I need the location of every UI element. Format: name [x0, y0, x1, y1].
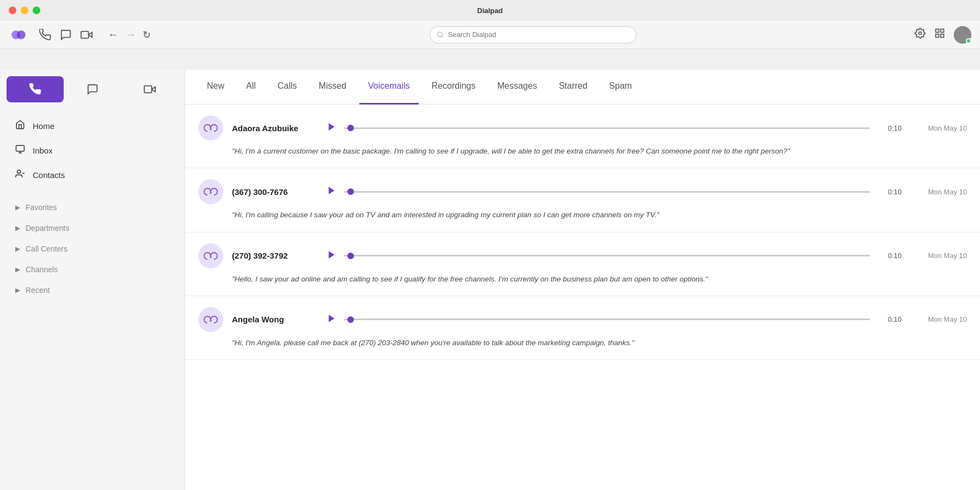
svg-point-6 — [919, 32, 922, 35]
video-nav-icon[interactable] — [81, 29, 93, 41]
svg-rect-8 — [941, 29, 944, 33]
svg-point-1 — [17, 30, 26, 39]
svg-marker-2 — [89, 32, 92, 37]
svg-marker-29 — [329, 251, 335, 259]
tab-missed[interactable]: Missed — [310, 70, 355, 105]
forward-button[interactable]: → — [125, 28, 136, 41]
sidebar-tab-message[interactable] — [64, 76, 121, 102]
main-area: Home Inbox — [0, 70, 980, 490]
voicemail-avatar — [198, 307, 223, 332]
tab-starred[interactable]: Starred — [550, 70, 596, 105]
home-icon — [15, 120, 25, 132]
audio-progress[interactable] — [344, 191, 870, 193]
tab-new[interactable]: New — [198, 70, 233, 105]
svg-marker-11 — [151, 87, 155, 91]
voicemail-avatar — [198, 243, 223, 268]
titlebar: Dialpad — [0, 0, 980, 21]
sidebar-section-call-centers[interactable]: ▶ Call Centers — [4, 239, 180, 259]
svg-rect-3 — [81, 31, 89, 38]
content-tabs: New All Calls Missed Voicemails Recordin… — [185, 70, 980, 105]
close-button[interactable] — [9, 7, 16, 14]
sidebar-nav: Home Inbox — [0, 109, 185, 192]
play-button[interactable] — [327, 186, 336, 198]
logo — [9, 25, 28, 45]
sidebar-section-label-favorites: Favorites — [26, 203, 57, 212]
voicemail-duration: 0:10 — [884, 252, 902, 260]
channels-arrow-icon: ▶ — [15, 266, 20, 273]
voicemail-top: Angela Wong 0:10 Mon May 10 — [198, 307, 967, 332]
avatar[interactable] — [954, 26, 971, 44]
svg-rect-32 — [207, 321, 214, 323]
search-bar[interactable] — [430, 26, 636, 44]
sidebar-section-recent[interactable]: ▶ Recent — [4, 280, 180, 300]
search-icon — [437, 31, 444, 39]
svg-line-5 — [442, 36, 443, 37]
departments-arrow-icon: ▶ — [15, 224, 20, 232]
tab-all[interactable]: All — [237, 70, 265, 105]
sidebar-item-contacts[interactable]: Contacts — [4, 163, 180, 187]
svg-point-4 — [437, 32, 442, 37]
voicemail-info: (367) 300-7676 0:10 Mon May 10 — [232, 186, 967, 198]
refresh-button[interactable]: ↻ — [143, 29, 151, 41]
tab-voicemails[interactable]: Voicemails — [359, 70, 418, 105]
sidebar-section-label-recent: Recent — [26, 286, 50, 295]
sidebar-tab-phone[interactable] — [7, 76, 64, 102]
sidebar-item-label-contacts: Contacts — [33, 170, 65, 180]
sidebar-tabs — [0, 70, 185, 109]
online-indicator — [966, 38, 971, 44]
svg-rect-10 — [936, 34, 939, 38]
svg-marker-25 — [329, 187, 335, 195]
topnav: ← → ↻ — [0, 21, 980, 49]
phone-nav-icon[interactable] — [39, 29, 51, 41]
sidebar-item-home[interactable]: Home — [4, 114, 180, 138]
sidebar-item-inbox[interactable]: Inbox — [4, 139, 180, 162]
tab-recordings[interactable]: Recordings — [423, 70, 485, 105]
message-nav-icon[interactable] — [60, 29, 72, 41]
sidebar-tab-video[interactable] — [121, 76, 178, 102]
voicemail-list: Adaora Azubuike 0:10 Mon May 1 — [185, 105, 980, 490]
progress-dot — [347, 125, 354, 131]
sidebar-section-channels[interactable]: ▶ Channels — [4, 260, 180, 279]
svg-rect-12 — [144, 86, 151, 93]
voicemail-date: Mon May 10 — [918, 252, 967, 260]
voicemail-caller-name: Adaora Azubuike — [232, 124, 319, 133]
recent-arrow-icon: ▶ — [15, 286, 20, 294]
favorites-arrow-icon: ▶ — [15, 204, 20, 211]
maximize-button[interactable] — [33, 7, 40, 14]
voicemail-info: (270) 392-3792 0:10 Mon May 10 — [232, 250, 967, 262]
callcenters-arrow-icon: ▶ — [15, 245, 20, 253]
progress-dot — [347, 253, 354, 259]
sidebar-section-departments[interactable]: ▶ Departments — [4, 218, 180, 238]
play-button[interactable] — [327, 122, 336, 134]
contacts-icon — [15, 169, 25, 181]
svg-point-16 — [17, 170, 21, 173]
play-button[interactable] — [327, 250, 336, 262]
svg-rect-9 — [941, 34, 944, 38]
minimize-button[interactable] — [21, 7, 28, 14]
settings-icon[interactable] — [915, 28, 926, 41]
voicemail-caller-name: (367) 300-7676 — [232, 187, 319, 197]
play-button[interactable] — [327, 314, 336, 326]
tab-spam[interactable]: Spam — [601, 70, 641, 105]
progress-track — [344, 255, 870, 256]
voicemail-transcript: "Hi, I'm Angela. please call me back at … — [198, 338, 967, 348]
audio-progress[interactable] — [344, 318, 870, 320]
layout-icon[interactable] — [934, 28, 945, 41]
svg-rect-28 — [207, 258, 214, 259]
voicemail-info: Adaora Azubuike 0:10 Mon May 1 — [232, 122, 967, 134]
audio-progress[interactable] — [344, 127, 870, 129]
tab-calls[interactable]: Calls — [269, 70, 306, 105]
voicemail-item: (367) 300-7676 0:10 Mon May 10 — [185, 168, 980, 232]
sidebar-section-label-departments: Departments — [26, 224, 69, 232]
voicemail-info: Angela Wong 0:10 Mon May 10 — [232, 314, 967, 326]
voicemail-caller-name: Angela Wong — [232, 315, 319, 324]
progress-track — [344, 127, 870, 129]
back-button[interactable]: ← — [108, 28, 119, 41]
sidebar-section-favorites[interactable]: ▶ Favorites — [4, 198, 180, 217]
search-input[interactable] — [448, 30, 629, 39]
voicemail-date: Mon May 10 — [918, 315, 967, 323]
audio-progress[interactable] — [344, 255, 870, 256]
sidebar-item-label-home: Home — [33, 121, 54, 131]
sidebar-section-label-channels: Channels — [26, 265, 58, 274]
tab-messages[interactable]: Messages — [488, 70, 546, 105]
